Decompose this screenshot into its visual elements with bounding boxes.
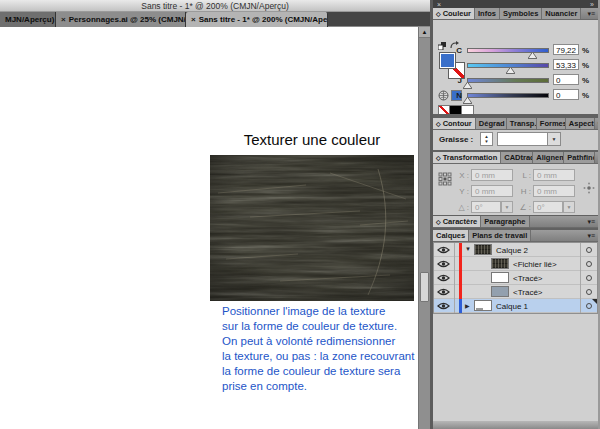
tab-formes[interactable]: Formes <box>537 118 566 129</box>
stroke-weight-stepper[interactable]: ▲ ▼ <box>480 132 493 146</box>
target-circle-icon[interactable] <box>586 289 592 295</box>
target-circle-icon[interactable] <box>586 247 592 253</box>
yellow-value-input[interactable]: 0 <box>553 74 579 85</box>
layer-row-calque2[interactable]: ▼ Calque 2 <box>434 243 597 257</box>
visibility-eye-icon[interactable] <box>437 246 450 254</box>
tab-transparence[interactable]: Transp. <box>507 118 537 129</box>
layer-thumbnail[interactable] <box>474 300 492 311</box>
tab-caractere[interactable]: ◇ Caractère <box>433 216 481 227</box>
document-tab-label: MJN/Aperçu) <box>5 15 54 24</box>
visibility-eye-icon[interactable] <box>437 302 450 310</box>
target-circle-icon[interactable] <box>586 275 592 281</box>
layer-name[interactable]: <Fichier lié> <box>513 260 557 269</box>
cyan-value-input[interactable]: 79,22 <box>553 44 579 55</box>
document-tab-sans-titre[interactable]: × Sans titre - 1* @ 200% (CMJN/Aperçu) <box>186 12 328 27</box>
y-input[interactable]: 0 mm <box>471 185 513 197</box>
layer-thumbnail[interactable] <box>491 286 509 297</box>
tab-symboles[interactable]: Symboles <box>500 8 542 19</box>
black-slider-thumb[interactable] <box>463 97 472 104</box>
layer-thumbnail[interactable] <box>491 258 509 269</box>
stepper-down-icon[interactable]: ▼ <box>484 139 488 144</box>
panel-collapse-icon: ◇ <box>436 120 441 127</box>
tab-plans-de-travail[interactable]: Plans de travail <box>469 230 531 241</box>
layer-thumbnail[interactable] <box>491 272 509 283</box>
dropdown-icon[interactable]: ▼ <box>563 201 575 213</box>
tab-transformation[interactable]: ◇ Transformation <box>433 152 501 163</box>
document-tabbar: MJN/Aperçu) × Personnages.ai @ 25% (CMJN… <box>0 12 430 27</box>
tab-contour[interactable]: ◇ Contour <box>433 118 476 129</box>
tab-infos[interactable]: Infos <box>475 8 500 19</box>
panel-menu-icon[interactable]: ▾≡ <box>584 216 598 227</box>
layer-row-calque1[interactable]: ▶ Calque 1 <box>434 299 597 313</box>
tab-nuancier[interactable]: Nuancier <box>542 8 581 19</box>
visibility-eye-icon[interactable] <box>437 288 450 296</box>
tab-paragraphe[interactable]: Paragraphe <box>481 216 529 227</box>
tab-aspect[interactable]: Aspect <box>566 118 595 129</box>
tab-pathfinder[interactable]: Pathfind <box>564 152 595 163</box>
dropdown-icon[interactable]: ▼ <box>547 133 560 145</box>
dropdown-icon[interactable]: ▼ <box>501 201 513 213</box>
collapse-triangle-icon[interactable]: ▶ <box>465 302 470 309</box>
layer-thumbnail[interactable] <box>474 244 492 255</box>
column-divider <box>580 271 581 285</box>
layer-row-trace2[interactable]: <Tracé> <box>434 285 597 299</box>
panel-menu-icon[interactable]: ▾≡ <box>595 152 598 163</box>
layer-row-trace1[interactable]: <Tracé> <box>434 271 597 285</box>
height-input[interactable]: 0 mm <box>533 185 575 197</box>
yellow-slider-track[interactable] <box>467 78 549 83</box>
magenta-slider-thumb[interactable] <box>506 67 515 74</box>
document-tab-partial[interactable]: MJN/Aperçu) <box>0 12 56 27</box>
black-slider-track[interactable] <box>467 93 549 98</box>
target-circle-icon[interactable] <box>586 261 592 267</box>
constrain-proportions-icon[interactable] <box>583 182 595 194</box>
scroll-up-button[interactable]: ▲ <box>419 27 430 38</box>
reference-point-icon[interactable] <box>438 172 452 186</box>
document-tab-personnages[interactable]: × Personnages.ai @ 25% (CMJN/Aperçu) <box>56 12 186 27</box>
texture-image[interactable] <box>210 155 414 301</box>
panel-menu-icon[interactable]: ▾≡ <box>595 118 598 129</box>
rotate-input[interactable]: 0° <box>471 201 501 213</box>
expand-triangle-icon[interactable]: ▼ <box>465 246 471 252</box>
artboard-canvas[interactable]: Texturer une couleur <box>0 27 418 429</box>
layer-name[interactable]: Calque 2 <box>496 246 528 255</box>
cyan-slider-thumb[interactable] <box>528 52 537 59</box>
layer-name[interactable]: <Tracé> <box>513 274 543 283</box>
tab-degrade[interactable]: Dégrad <box>476 118 507 129</box>
shear-input[interactable]: 0° <box>533 201 563 213</box>
x-input[interactable]: 0 mm <box>471 169 513 181</box>
dock-close-icon[interactable]: × <box>437 1 441 8</box>
layer-row-fichier-lie[interactable]: <Fichier lié> <box>434 257 597 271</box>
tab-alignement[interactable]: Alignem <box>533 152 564 163</box>
tab-cadtools[interactable]: CADtrac <box>501 152 533 163</box>
document-tab-label: Personnages.ai @ 25% (CMJN/Aperçu) <box>69 15 186 24</box>
panel-menu-icon[interactable]: ▾≡ <box>584 8 598 19</box>
panel-menu-icon[interactable]: ▾≡ <box>584 230 598 241</box>
close-icon[interactable]: × <box>61 15 66 24</box>
column-divider <box>454 243 455 257</box>
magenta-value-input[interactable]: 53,33 <box>553 59 579 70</box>
canvas-vertical-scrollbar[interactable]: ▲ <box>418 27 430 429</box>
width-input[interactable]: 0 mm <box>533 169 575 181</box>
layer-name[interactable]: Calque 1 <box>496 302 528 311</box>
black-value-input[interactable]: 0 <box>553 89 579 100</box>
scrollbar-thumb[interactable] <box>420 272 429 302</box>
yellow-slider-thumb[interactable] <box>463 82 472 89</box>
visibility-eye-icon[interactable] <box>437 274 450 282</box>
caption-line: la texture, ou pas : la zone recouvrant <box>222 349 432 364</box>
tab-calques[interactable]: Calques <box>433 230 469 241</box>
layer-name[interactable]: <Tracé> <box>513 288 543 297</box>
visibility-eye-icon[interactable] <box>437 260 450 268</box>
rotate-label: △ : <box>455 203 469 212</box>
column-divider <box>454 257 455 271</box>
dock-collapse-icon[interactable]: » <box>590 1 594 8</box>
tab-label: Calques <box>436 231 465 240</box>
artwork-heading[interactable]: Texturer une couleur <box>210 131 414 148</box>
caption-text[interactable]: Positionner l'image de la texture sur la… <box>222 304 432 394</box>
layers-panel-tabs: Calques Plans de travail ▾≡ <box>433 230 598 242</box>
close-icon[interactable]: × <box>191 15 196 24</box>
stroke-weight-input[interactable]: ▼ <box>497 132 561 146</box>
tab-couleur[interactable]: ◇ Couleur <box>433 8 475 19</box>
fill-proxy-swatch[interactable] <box>439 52 456 69</box>
layer-color-bar <box>459 285 462 299</box>
window-titlebar: Sans titre - 1* @ 200% (CMJN/Aperçu) <box>0 0 430 12</box>
